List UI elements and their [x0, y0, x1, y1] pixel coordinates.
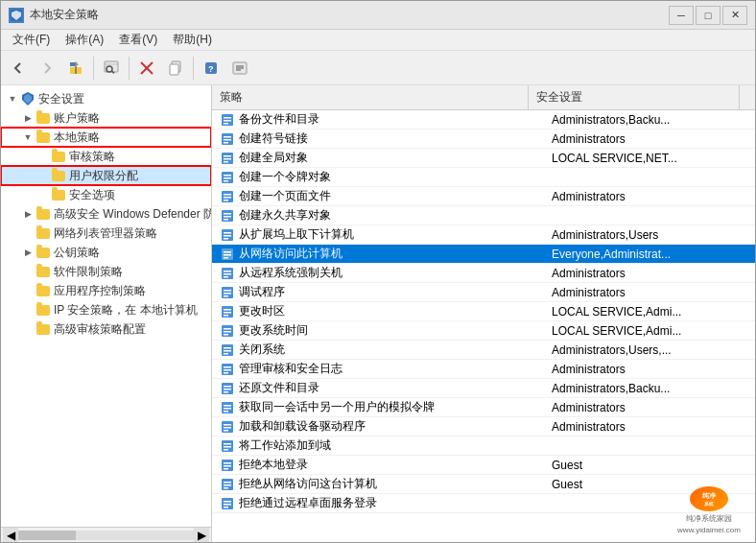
- policy-cell: 创建一个令牌对象: [212, 167, 544, 187]
- tree-view: ▼ 安全设置 ▶: [1, 85, 212, 527]
- tree-toggle-account[interactable]: ▶: [20, 110, 35, 126]
- h-scroll-thumb[interactable]: [18, 531, 76, 540]
- table-row[interactable]: 创建一个页面文件Administrators: [212, 187, 755, 206]
- tree-item-security-settings[interactable]: ▼ 安全设置: [1, 89, 211, 108]
- tree-item-network-list[interactable]: ▶ 网络列表管理器策略: [1, 224, 211, 243]
- menu-action[interactable]: 操作(A): [58, 30, 111, 50]
- table-row[interactable]: 获取同一会话中另一个用户的模拟令牌Administrators: [212, 398, 755, 417]
- policy-cell: 调试程序: [212, 282, 544, 302]
- close-button[interactable]: ✕: [722, 6, 747, 25]
- menu-file[interactable]: 文件(F): [5, 30, 58, 50]
- security-settings-icon: [20, 91, 35, 106]
- tree-item-app-control[interactable]: ▶ 应用程序控制策略: [1, 281, 211, 300]
- tree-item-account-policy[interactable]: ▶ 账户策略: [1, 108, 211, 128]
- watermark: 纯净 系统 纯净系统家园 www.yidaimei.com: [671, 486, 747, 534]
- help-button[interactable]: ?: [198, 55, 224, 82]
- tree-item-public-key[interactable]: ▶ 公钥策略: [1, 243, 211, 262]
- setting-cell: Administrators: [544, 418, 755, 436]
- maximize-button[interactable]: □: [696, 6, 721, 25]
- horizontal-scrollbar[interactable]: ◀ ▶: [1, 527, 211, 542]
- setting-cell: Administrators: [544, 130, 755, 148]
- delete-button[interactable]: [133, 55, 160, 82]
- table-row[interactable]: 关闭系统Administrators,Users,...: [212, 341, 755, 360]
- table-row[interactable]: 创建全局对象LOCAL SERVICE,NET...: [212, 149, 755, 168]
- policy-cell: 还原文件和目录: [212, 378, 544, 398]
- svg-rect-68: [224, 353, 228, 355]
- table-row[interactable]: 加载和卸载设备驱动程序Administrators: [212, 417, 755, 437]
- svg-rect-58: [224, 309, 231, 311]
- table-row[interactable]: 从网络访问此计算机Everyone,Administrat...: [212, 245, 755, 264]
- svg-rect-36: [224, 200, 228, 201]
- svg-rect-62: [224, 328, 231, 330]
- tree-item-ip-security[interactable]: ▶ IP 安全策略，在 本地计算机: [1, 300, 211, 319]
- col-header-policy[interactable]: 策略: [212, 85, 529, 109]
- tree-item-windows-defender[interactable]: ▶ 高级安全 Windows Defender 防火墙: [1, 204, 211, 224]
- policy-icon: [220, 266, 235, 281]
- svg-rect-59: [224, 312, 231, 314]
- software-restrict-icon: [35, 264, 51, 279]
- window-controls: ─ □ ✕: [669, 6, 747, 25]
- scroll-left-btn[interactable]: ◀: [3, 528, 18, 543]
- svg-rect-63: [224, 331, 231, 333]
- svg-rect-80: [224, 411, 228, 413]
- setting-cell: LOCAL SERVICE,Admi...: [544, 303, 755, 320]
- table-row[interactable]: 从扩展坞上取下计算机Administrators,Users: [212, 225, 755, 245]
- policy-icon: [220, 400, 235, 415]
- export-button[interactable]: [226, 55, 253, 82]
- tree-item-audit-policy[interactable]: ▶ 审核策略: [1, 147, 211, 166]
- tree-toggle-local[interactable]: ▼: [20, 130, 35, 145]
- table-row[interactable]: 更改时区LOCAL SERVICE,Admi...: [212, 302, 755, 321]
- table-row[interactable]: 拒绝本地登录Guest: [212, 456, 755, 475]
- svg-rect-90: [224, 462, 231, 464]
- toolbar-sep-1: [93, 57, 94, 80]
- tree-toggle-security[interactable]: ▼: [5, 91, 20, 106]
- svg-rect-28: [224, 161, 228, 163]
- policy-icon: [220, 247, 235, 262]
- public-key-icon: [35, 245, 51, 260]
- policy-label: 还原文件和目录: [239, 380, 319, 396]
- table-row[interactable]: 创建符号链接Administrators: [212, 130, 755, 149]
- forward-button[interactable]: [34, 55, 60, 82]
- svg-rect-30: [224, 175, 231, 177]
- table-row[interactable]: 将工作站添加到域: [212, 437, 755, 456]
- table-row[interactable]: 更改系统时间LOCAL SERVICE,Admi...: [212, 321, 755, 341]
- tree-item-user-rights[interactable]: ▶ 用户权限分配: [1, 166, 211, 185]
- policy-icon: [220, 112, 235, 128]
- up-button[interactable]: [62, 55, 89, 82]
- policy-cell: 从扩展坞上取下计算机: [212, 224, 544, 245]
- tree-label-user-rights: 用户权限分配: [69, 168, 138, 184]
- tree-item-security-options[interactable]: ▶ 安全选项: [1, 185, 211, 204]
- table-row[interactable]: 创建永久共享对象: [212, 206, 755, 225]
- tree-toggle-public-key[interactable]: ▶: [20, 245, 35, 260]
- svg-rect-32: [224, 180, 228, 182]
- minimize-button[interactable]: ─: [669, 6, 694, 25]
- table-row[interactable]: 调试程序Administrators: [212, 283, 755, 302]
- tree-label-network-list: 网络列表管理器策略: [54, 225, 157, 242]
- menu-view[interactable]: 查看(V): [111, 30, 165, 50]
- tree-item-advanced-audit[interactable]: ▶ 高级审核策略配置: [1, 319, 211, 339]
- policy-label: 更改系统时间: [239, 322, 308, 339]
- table-row[interactable]: 管理审核和安全日志Administrators: [212, 360, 755, 379]
- copy-button[interactable]: [162, 55, 189, 82]
- ip-security-icon: [35, 302, 51, 318]
- policy-label: 从网络访问此计算机: [239, 246, 343, 262]
- scroll-right-btn[interactable]: ▶: [194, 528, 209, 543]
- policy-label: 将工作站添加到域: [239, 437, 331, 454]
- menu-help[interactable]: 帮助(H): [165, 30, 220, 50]
- svg-rect-75: [224, 389, 231, 390]
- table-row[interactable]: 创建一个令牌对象: [212, 168, 755, 187]
- tree-toggle-defender[interactable]: ▶: [20, 206, 35, 222]
- title-bar: 本地安全策略 ─ □ ✕: [1, 1, 755, 30]
- tree-item-software-restrict[interactable]: ▶ 软件限制策略: [1, 262, 211, 281]
- policy-label: 更改时区: [239, 303, 285, 319]
- svg-rect-56: [224, 295, 228, 297]
- col-header-setting[interactable]: 安全设置: [529, 85, 740, 109]
- table-row[interactable]: 还原文件和目录Administrators,Backu...: [212, 379, 755, 398]
- tree-item-local-policy[interactable]: ▼ 本地策略: [1, 128, 211, 147]
- table-row[interactable]: 备份文件和目录Administrators,Backu...: [212, 110, 755, 130]
- search-button[interactable]: [98, 55, 125, 82]
- back-button[interactable]: [5, 55, 32, 82]
- policy-icon: [220, 496, 235, 511]
- setting-cell: Administrators,Backu...: [544, 111, 755, 129]
- table-row[interactable]: 从远程系统强制关机Administrators: [212, 264, 755, 283]
